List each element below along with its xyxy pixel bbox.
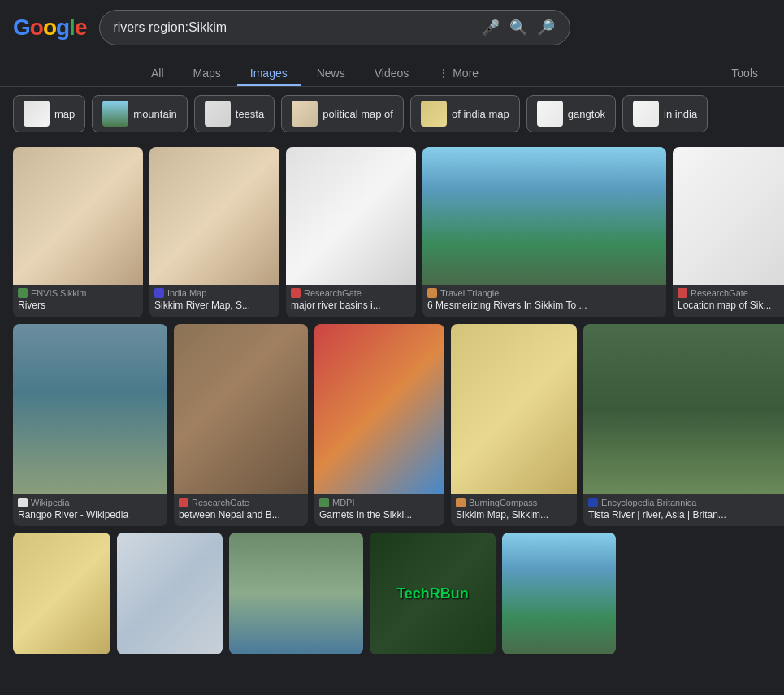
image-title-mesmerizing: 6 Mesmerizing Rivers In Sikkim To ...	[427, 300, 661, 313]
image-card-rivers[interactable]: ENVIS Sikkim Rivers	[13, 147, 143, 317]
image-rivers	[13, 147, 143, 285]
techrbun-text: TechRBun	[396, 585, 469, 602]
source-label-major-river: ResearchGate	[304, 288, 362, 298]
image-source-nepal: ResearchGate	[179, 498, 303, 507]
search-bar: 🎤 🔍 🔎	[99, 10, 570, 45]
image-source-location-map: ResearchGate	[678, 288, 784, 298]
image-row3-2	[117, 533, 223, 654]
filter-chip-gangtok[interactable]: gangtok	[526, 95, 616, 132]
chip-label-in-india: in india	[664, 108, 697, 120]
image-card-mesmerizing[interactable]: Travel Triangle 6 Mesmerizing Rivers In …	[422, 147, 666, 317]
source-label-sikkim-river-map: India Map	[167, 288, 206, 298]
filter-chip-map[interactable]: map	[13, 95, 85, 132]
source-label-rangpo: Wikipedia	[31, 498, 70, 507]
image-location-map	[673, 147, 784, 285]
chip-thumb-map	[24, 101, 50, 127]
image-sikkim-map	[451, 324, 577, 494]
lens-icon[interactable]: 🔍	[508, 17, 529, 38]
image-title-rivers: Rivers	[18, 300, 138, 313]
image-title-garnets: Garnets in the Sikki...	[319, 509, 440, 522]
image-card-nepal[interactable]: ResearchGate between Nepal and B...	[174, 324, 308, 527]
filter-chip-in-india[interactable]: in india	[622, 95, 708, 132]
image-card-garnets[interactable]: MDPI Garnets in the Sikki...	[314, 324, 444, 527]
image-tista	[583, 324, 784, 494]
image-info-major-river: ResearchGate major river basins i...	[286, 285, 416, 317]
microphone-icon[interactable]: 🎤	[480, 17, 501, 38]
image-info-mesmerizing: Travel Triangle 6 Mesmerizing Rivers In …	[422, 285, 666, 317]
image-grid: ENVIS Sikkim Rivers India Map Sikkim Riv…	[0, 140, 784, 667]
image-card-sikkim-map[interactable]: BurningCompass Sikkim Map, Sikkim...	[451, 324, 577, 527]
tab-all[interactable]: All	[138, 60, 177, 86]
image-card-row3-2[interactable]	[117, 533, 223, 654]
tab-more[interactable]: ⋮ More	[425, 60, 492, 86]
favicon-britannica	[588, 498, 598, 507]
image-mesmerizing	[422, 147, 666, 285]
image-card-row3-1[interactable]	[13, 533, 110, 654]
source-label-sikkim-map: BurningCompass	[469, 498, 537, 507]
image-card-techrbun[interactable]: TechRBun	[370, 533, 496, 654]
source-label-garnets: MDPI	[332, 498, 355, 507]
image-row3-1	[13, 533, 110, 654]
image-card-tista[interactable]: Encyclopedia Britannica Tista River | ri…	[583, 324, 784, 527]
image-title-location-map: Location map of Sik...	[678, 300, 784, 313]
image-source-garnets: MDPI	[319, 498, 440, 507]
image-row3-3	[229, 533, 363, 654]
tab-images[interactable]: Images	[237, 60, 301, 86]
image-source-rivers: ENVIS Sikkim	[18, 288, 138, 298]
image-source-tista: Encyclopedia Britannica	[588, 498, 784, 507]
favicon-researchgate-2	[678, 288, 687, 298]
filter-chip-teesta[interactable]: teesta	[194, 95, 275, 132]
image-title-rangpo: Rangpo River - Wikipedia	[18, 509, 162, 522]
image-info-rangpo: Wikipedia Rangpo River - Wikipedia	[13, 494, 167, 527]
image-title-sikkim-map: Sikkim Map, Sikkim...	[456, 509, 572, 522]
tools-button[interactable]: Tools	[718, 60, 771, 86]
filter-chip-india-map[interactable]: of india map	[410, 95, 520, 132]
chip-label-map: map	[54, 108, 75, 120]
image-card-location-map[interactable]: ResearchGate Location map of Sik...	[673, 147, 784, 317]
image-info-tista: Encyclopedia Britannica Tista River | ri…	[583, 494, 784, 527]
image-info-rivers: ENVIS Sikkim Rivers	[13, 285, 143, 317]
image-title-sikkim-river-map: Sikkim River Map, S...	[154, 300, 275, 313]
image-sikkim-river-map	[149, 147, 279, 285]
image-row3-5	[502, 533, 616, 654]
tab-maps[interactable]: Maps	[180, 60, 234, 86]
image-rangpo	[13, 324, 167, 494]
image-row-3: TechRBun	[13, 533, 771, 654]
chip-thumb-teesta	[205, 101, 231, 127]
image-title-nepal: between Nepal and B...	[179, 509, 303, 522]
image-card-sikkim-river-map[interactable]: India Map Sikkim River Map, S...	[149, 147, 279, 317]
favicon-researchgate-3	[179, 498, 188, 507]
source-label-mesmerizing: Travel Triangle	[440, 288, 499, 298]
image-nepal	[174, 324, 308, 494]
favicon-traveltriangle	[427, 288, 437, 298]
image-card-row3-3[interactable]	[229, 533, 363, 654]
filter-chip-mountain[interactable]: mountain	[92, 95, 187, 132]
favicon-researchgate-1	[291, 288, 301, 298]
image-source-sikkim-map: BurningCompass	[456, 498, 572, 507]
chip-thumb-gangtok	[537, 101, 563, 127]
tab-news[interactable]: News	[304, 60, 358, 86]
image-info-sikkim-river-map: India Map Sikkim River Map, S...	[149, 285, 279, 317]
header: Google 🎤 🔍 🔎	[0, 0, 784, 55]
image-major-river	[286, 147, 416, 285]
chip-label-political-map: political map of	[323, 108, 393, 120]
image-card-rangpo[interactable]: Wikipedia Rangpo River - Wikipedia	[13, 324, 167, 527]
source-label-nepal: ResearchGate	[192, 498, 249, 507]
search-input[interactable]	[113, 20, 474, 35]
tab-videos[interactable]: Videos	[362, 60, 422, 86]
image-row-2: Wikipedia Rangpo River - Wikipedia Resea…	[13, 324, 771, 527]
image-row-1: ENVIS Sikkim Rivers India Map Sikkim Riv…	[13, 147, 771, 317]
filter-chip-political-map[interactable]: political map of	[281, 95, 404, 132]
chip-thumb-political-map	[292, 101, 318, 127]
source-label-location-map: ResearchGate	[691, 288, 748, 298]
chip-thumb-india-map	[421, 101, 447, 127]
chip-label-teesta: teesta	[236, 108, 264, 120]
image-card-row3-5[interactable]	[502, 533, 616, 654]
image-techrbun: TechRBun	[370, 533, 496, 654]
nav-tabs: All Maps Images News Videos ⋮ More Tools	[0, 55, 784, 87]
image-title-major-river: major river basins i...	[291, 300, 411, 313]
image-source-rangpo: Wikipedia	[18, 498, 162, 507]
search-button[interactable]: 🔎	[535, 17, 557, 38]
image-card-major-river[interactable]: ResearchGate major river basins i...	[286, 147, 416, 317]
chip-label-mountain: mountain	[133, 108, 176, 120]
